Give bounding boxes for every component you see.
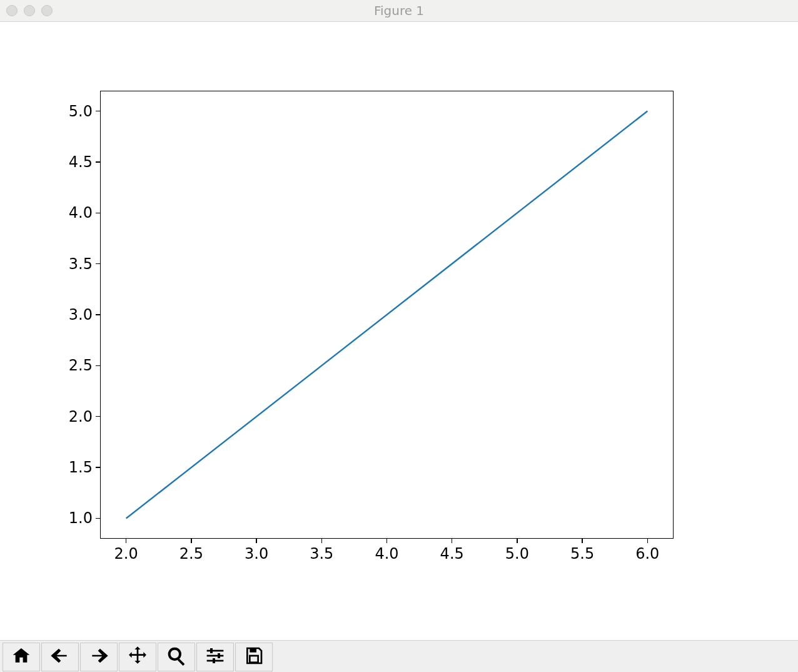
y-tick-label: 2.5 [61, 357, 93, 374]
close-window-icon[interactable] [6, 5, 18, 16]
x-tick-mark [256, 539, 257, 543]
x-tick-mark [321, 539, 323, 543]
x-tick-mark [126, 539, 127, 543]
x-tick-mark [191, 539, 192, 543]
home-icon [11, 646, 31, 668]
save-button[interactable] [235, 643, 273, 671]
y-tick-mark [96, 263, 100, 265]
x-tick-label: 6.0 [632, 545, 663, 563]
x-tick-label: 2.0 [111, 545, 142, 563]
arrow-left-icon [50, 646, 70, 668]
line-series [126, 111, 648, 519]
home-button[interactable] [3, 643, 40, 671]
forward-button[interactable] [80, 643, 118, 671]
y-tick-label: 3.5 [61, 255, 93, 273]
y-tick-mark [96, 314, 100, 315]
subplots-config-button[interactable] [196, 643, 234, 671]
pan-button[interactable] [119, 643, 156, 671]
y-tick-mark [96, 111, 100, 112]
svg-rect-5 [213, 658, 215, 663]
save-icon [244, 646, 264, 668]
maximize-window-icon[interactable] [41, 5, 53, 16]
y-tick-mark [96, 518, 100, 519]
minimize-window-icon[interactable] [24, 5, 35, 16]
x-tick-label: 5.0 [502, 545, 533, 563]
navigation-toolbar [0, 640, 798, 672]
y-tick-label: 5.0 [61, 103, 93, 120]
arrow-right-icon [89, 646, 109, 668]
y-tick-label: 3.0 [61, 306, 93, 323]
x-tick-mark [582, 539, 583, 543]
y-tick-label: 1.0 [61, 509, 93, 527]
y-tick-label: 1.5 [61, 459, 93, 476]
x-tick-label: 5.5 [567, 545, 598, 563]
svg-rect-7 [254, 649, 256, 652]
move-icon [128, 646, 148, 668]
figure-canvas[interactable]: 1.01.52.02.53.03.54.04.55.0 2.02.53.03.5… [0, 22, 798, 640]
x-tick-label: 2.5 [176, 545, 207, 563]
svg-rect-8 [250, 656, 258, 663]
y-tick-label: 2.0 [61, 408, 93, 425]
svg-rect-3 [218, 653, 220, 658]
x-tick-label: 4.5 [437, 545, 468, 563]
y-tick-label: 4.5 [61, 153, 93, 171]
y-tick-mark [96, 365, 100, 367]
y-tick-mark [96, 161, 100, 163]
x-tick-mark [647, 539, 649, 543]
x-tick-mark [517, 539, 518, 543]
y-tick-mark [96, 467, 100, 468]
x-tick-label: 4.0 [371, 545, 403, 563]
x-tick-label: 3.5 [306, 545, 337, 563]
window-title: Figure 1 [0, 3, 798, 18]
y-tick-mark [96, 213, 100, 214]
svg-rect-2 [207, 655, 224, 657]
sliders-icon [205, 646, 225, 668]
x-tick-mark [452, 539, 453, 543]
svg-rect-0 [207, 650, 224, 652]
magnify-icon [166, 646, 186, 668]
back-button[interactable] [41, 643, 79, 671]
svg-rect-1 [210, 648, 213, 653]
y-tick-label: 4.0 [61, 204, 93, 221]
window-controls[interactable] [6, 5, 53, 16]
x-tick-label: 3.0 [241, 545, 272, 563]
zoom-button[interactable] [158, 643, 195, 671]
x-tick-mark [386, 539, 388, 543]
y-tick-mark [96, 416, 100, 417]
window-titlebar: Figure 1 [0, 0, 798, 22]
